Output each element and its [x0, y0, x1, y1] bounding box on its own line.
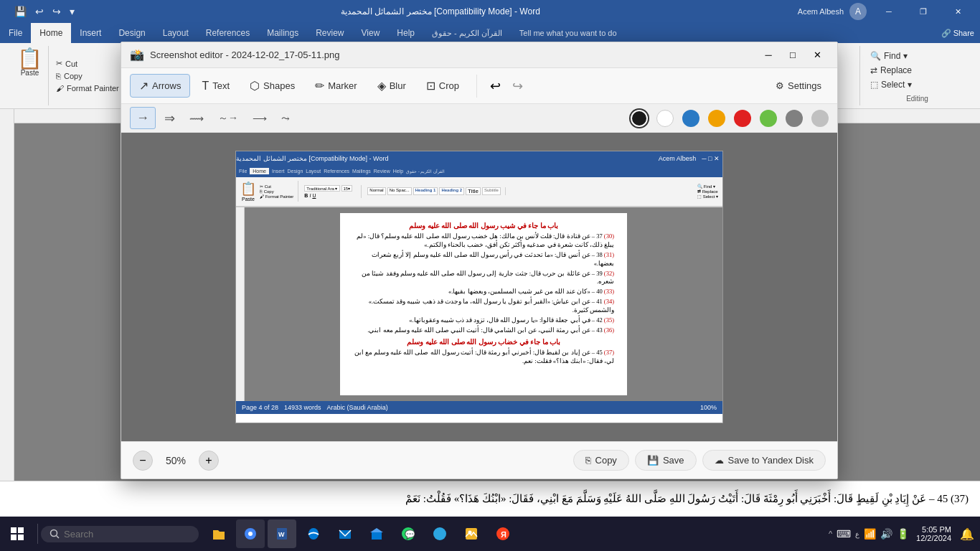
- taskbar-whatsapp[interactable]: 💬: [394, 519, 423, 548]
- battery-icon[interactable]: 🔋: [897, 528, 909, 540]
- save-qa-btn[interactable]: 💾: [11, 4, 29, 19]
- arrow-style-2[interactable]: ⇒: [159, 108, 181, 129]
- color-gray[interactable]: [786, 110, 803, 127]
- select-dropdown-icon: ▾: [908, 80, 912, 90]
- search-input[interactable]: [64, 529, 179, 540]
- find-btn[interactable]: 🔍 Find ▾: [866, 49, 969, 63]
- se-maximize-btn[interactable]: □: [781, 45, 804, 65]
- zoom-out-btn[interactable]: −: [133, 451, 153, 471]
- tray-up-arrow[interactable]: ^: [829, 529, 832, 538]
- cut-icon: ✂: [56, 59, 62, 68]
- arrow-style-4[interactable]: ～→: [212, 109, 244, 128]
- arrow-style-3[interactable]: ⟿: [184, 110, 209, 127]
- redo-btn[interactable]: ↪: [508, 74, 527, 98]
- clipboard-group: 📋 Paste ✂ Cut ⎘ Copy 🖌 Format Painter: [6, 46, 133, 105]
- color-white[interactable]: [656, 110, 674, 127]
- tab-home[interactable]: Home: [31, 23, 71, 43]
- taskbar-telegram[interactable]: [425, 519, 454, 548]
- text-tool-btn[interactable]: T Text: [193, 75, 238, 97]
- arrow-style-5[interactable]: ⟶: [247, 110, 273, 127]
- tray-keyboard[interactable]: ⌨: [837, 528, 851, 540]
- copy-action-btn[interactable]: ⎘ Copy: [573, 450, 629, 471]
- inner-status-bar: Page 4 of 28 14933 words Arabic (Saudi A…: [236, 401, 722, 414]
- tab-insert[interactable]: Insert: [71, 23, 110, 43]
- color-group: [625, 110, 829, 127]
- tab-review[interactable]: Review: [307, 23, 352, 43]
- marker-tool-btn[interactable]: ✏ Marker: [306, 75, 365, 97]
- tab-tell-me[interactable]: Tell me what you want to do: [511, 23, 626, 43]
- crop-tool-btn[interactable]: ⊡ Crop: [418, 75, 468, 97]
- paste-icon: 📋: [17, 49, 42, 69]
- taskbar-chrome[interactable]: [236, 519, 265, 548]
- inner-page: باب ما جاء في شيب رسول الله صلى الله علي…: [340, 213, 627, 395]
- notification-btn[interactable]: 🔔: [954, 527, 980, 541]
- taskbar-store[interactable]: [362, 519, 391, 548]
- redo-qa-btn[interactable]: ↪: [50, 4, 64, 19]
- inner-title-text: مختصر الشمائل المحمدية [Compatibility Mo…: [236, 155, 388, 162]
- inner-lang: Arabic (Saudi Arabia): [327, 404, 388, 411]
- inner-word-screenshot: مختصر الشمائل المحمدية [Compatibility Mo…: [235, 151, 723, 423]
- save-yandex-btn[interactable]: ☁ Save to Yandex Disk: [702, 450, 826, 471]
- tab-help[interactable]: Help: [388, 23, 423, 43]
- inner-user: Acem Albesh: [659, 155, 697, 162]
- svg-text:W: W: [278, 531, 285, 538]
- se-bottom-actions: ⎘ Copy 💾 Save ☁ Save to Yandex Disk: [573, 450, 826, 471]
- replace-btn[interactable]: ⇄ Replace: [866, 63, 969, 77]
- tab-quran[interactable]: القرآن الكريم - حقوق: [423, 23, 511, 43]
- zoom-in-btn[interactable]: +: [199, 451, 219, 471]
- restore-btn[interactable]: ❐: [907, 0, 940, 23]
- taskbar-edge[interactable]: [299, 519, 328, 548]
- se-content[interactable]: مختصر الشمائل المحمدية [Compatibility Mo…: [121, 133, 837, 441]
- tab-mailings[interactable]: Mailings: [258, 23, 307, 43]
- save-action-btn[interactable]: 💾 Save: [635, 450, 697, 471]
- arrows-tool-btn[interactable]: ↗ Arrows: [130, 74, 190, 98]
- undo-qa-btn[interactable]: ↩: [32, 4, 47, 19]
- se-close-btn[interactable]: ✕: [806, 45, 829, 65]
- undo-btn[interactable]: ↩: [486, 74, 505, 98]
- shapes-tool-btn[interactable]: ⬡ Shapes: [241, 75, 303, 97]
- tab-design[interactable]: Design: [110, 23, 154, 43]
- inner-clipboard: 📋 Paste ✂ Cut ⎘ Copy 🖌 Format Painter: [240, 181, 298, 202]
- taskbar-photos[interactable]: [457, 519, 486, 548]
- inner-hadith-6: (36) 43 – عن أبي رمثة النبي، عن ابن الشا…: [353, 326, 614, 335]
- arrow-style-1[interactable]: →: [130, 107, 156, 129]
- tab-view[interactable]: View: [353, 23, 389, 43]
- se-minimize-btn[interactable]: ─: [757, 45, 780, 65]
- dropdown-qa-btn[interactable]: ▾: [67, 4, 77, 19]
- wifi-icon[interactable]: 📶: [864, 528, 876, 540]
- tab-references[interactable]: References: [197, 23, 258, 43]
- color-orange[interactable]: [708, 110, 725, 127]
- share-btn[interactable]: 🔗 Share: [941, 29, 974, 38]
- color-blue[interactable]: [682, 110, 699, 127]
- taskbar-yandex[interactable]: Я: [489, 519, 517, 548]
- tab-file[interactable]: File: [0, 23, 31, 43]
- inner-ribbon-tabs: File Home Insert Design Layout Reference…: [236, 166, 722, 177]
- taskbar-search[interactable]: [41, 526, 199, 542]
- taskbar-mail[interactable]: [331, 519, 359, 548]
- blur-tool-btn[interactable]: ◈ Blur: [369, 75, 415, 97]
- taskbar-time[interactable]: 5:05 PM 12/2/2024: [916, 525, 951, 542]
- color-black[interactable]: [631, 110, 648, 127]
- start-btn[interactable]: [0, 517, 34, 551]
- inner-heading2: باب ما جاء في خضاب رسول الله صلى الله عل…: [353, 338, 614, 346]
- minimize-btn[interactable]: ─: [872, 0, 905, 23]
- taskbar-word[interactable]: W: [268, 519, 296, 548]
- arrow-style-6[interactable]: ⤳: [275, 110, 296, 127]
- paste-button[interactable]: 📋 Paste: [11, 46, 49, 105]
- word-title-text: مختصر الشمائل المحمدية [Compatibility Mo…: [83, 6, 798, 17]
- copy-button[interactable]: ⎘ Copy: [53, 70, 122, 82]
- color-red[interactable]: [734, 110, 751, 127]
- select-btn[interactable]: ⬚ Select ▾: [866, 77, 969, 92]
- format-painter-button[interactable]: 🖌 Format Painter: [53, 83, 122, 94]
- cut-button[interactable]: ✂ Cut: [53, 57, 122, 70]
- close-btn[interactable]: ✕: [941, 0, 974, 23]
- taskbar-file-explorer[interactable]: [204, 519, 233, 548]
- settings-btn[interactable]: ⚙ Settings: [768, 76, 829, 95]
- color-lightgray[interactable]: [811, 110, 829, 127]
- color-green[interactable]: [760, 110, 777, 127]
- se-app-icon: 📸: [130, 48, 144, 62]
- bottom-text-bar: (37) 45 – عَنْ إِيَادِ بْنِ لَقِيطٍ قَال…: [0, 481, 980, 517]
- yandex-icon: ☁: [715, 455, 724, 466]
- tab-layout[interactable]: Layout: [154, 23, 197, 43]
- volume-icon[interactable]: 🔊: [880, 528, 892, 540]
